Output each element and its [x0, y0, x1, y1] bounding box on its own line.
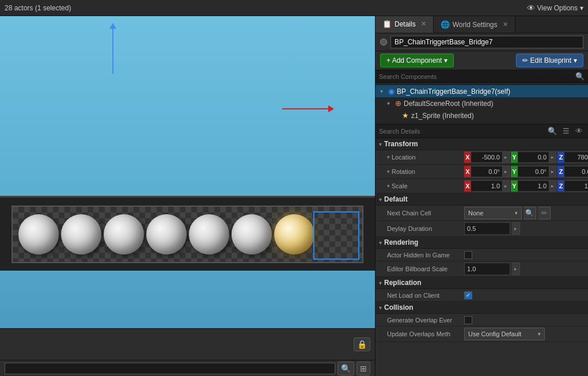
tree-item-sprite[interactable]: ★ z1_Sprite (Inherited): [375, 109, 588, 121]
sphere-7-selected[interactable]: [274, 214, 314, 255]
location-x-field: X -500.0 ▸: [464, 151, 510, 163]
actor-hidden-label: Actor Hidden In Game: [387, 252, 462, 259]
delay-duration-input[interactable]: 0.5: [464, 222, 510, 235]
viewport-bottom: 🔒: [0, 328, 375, 360]
scale-label: ▾ Scale: [387, 183, 462, 189]
scale-y-input[interactable]: 1.0: [518, 180, 549, 192]
rotation-z-input[interactable]: 0.0°: [564, 166, 588, 177]
location-y-arrow[interactable]: ▸: [549, 151, 556, 163]
generate-overlap-checkbox[interactable]: [464, 316, 472, 324]
prop-row-actor-hidden: Actor Hidden In Game: [375, 249, 588, 261]
scale-x-arrow[interactable]: ▸: [503, 180, 510, 192]
update-overlaps-value: Use Config Default ▾: [464, 328, 583, 340]
action-buttons: + Add Component ▾ ✏ Edit Blueprint ▾: [375, 51, 588, 70]
search-details-input[interactable]: [379, 128, 544, 135]
tree-item-scene-root[interactable]: ▾ ⊕ DefaultSceneRoot (Inherited): [375, 97, 588, 109]
viewport-scene[interactable]: [0, 16, 375, 328]
actor-name-input[interactable]: [390, 36, 583, 48]
location-xyz: X -500.0 ▸ Y 0.0 ▸ Z 780.0 ▸: [464, 151, 588, 163]
prop-row-rotation: ▾ Rotation X 0.0° ▸ Y 0.0° ▸: [375, 165, 588, 179]
add-component-chevron: ▾: [444, 56, 447, 64]
next-chain-cell-chevron: ▾: [515, 210, 518, 216]
add-component-button[interactable]: + Add Component ▾: [380, 54, 454, 67]
filter-icon[interactable]: ☰: [561, 126, 571, 136]
update-overlaps-select[interactable]: Use Config Default ▾: [464, 328, 545, 340]
section-header-replication[interactable]: ▾ Replication: [375, 277, 588, 289]
rotation-y-input[interactable]: 0.0°: [518, 166, 549, 177]
transform-title: Transform: [384, 140, 418, 148]
scale-x-input[interactable]: 1.0: [471, 180, 503, 192]
tree-label-sprite: z1_Sprite (Inherited): [411, 112, 474, 120]
selection-box: [313, 211, 359, 260]
rotation-x-input[interactable]: 0.0°: [471, 166, 503, 177]
edit-blueprint-chevron: ▾: [574, 56, 577, 64]
sphere-2[interactable]: [61, 214, 101, 255]
tree-label-scene-root: DefaultSceneRoot (Inherited): [404, 100, 493, 108]
rotation-y-label: Y: [511, 166, 518, 177]
delay-duration-label-text: Deylay Duration: [387, 225, 432, 232]
search-components-input[interactable]: [379, 73, 575, 80]
sphere-3[interactable]: [104, 214, 144, 255]
tab-world-settings[interactable]: 🌐 World Settings ✕: [434, 16, 515, 33]
replication-title: Replication: [384, 279, 422, 287]
sphere-6[interactable]: [232, 214, 272, 255]
billboard-scale-value: 1.0 ▸: [464, 263, 583, 275]
next-chain-cell-search-btn[interactable]: 🔍: [523, 207, 536, 219]
delay-duration-arrow[interactable]: ▸: [512, 222, 520, 235]
location-x-arrow[interactable]: ▸: [503, 151, 510, 163]
rotation-label: ▾ Rotation: [387, 168, 462, 175]
location-x-label: X: [464, 151, 471, 163]
scale-label-text: Scale: [392, 183, 408, 189]
next-chain-cell-dropdown[interactable]: None ▾: [464, 207, 522, 219]
rotation-x-label: X: [464, 166, 471, 177]
tree-icon-scene-root: ⊕: [395, 99, 401, 108]
sphere-1[interactable]: [18, 214, 59, 255]
section-header-collision[interactable]: ▾ Collision: [375, 302, 588, 314]
sphere-5[interactable]: [189, 214, 229, 255]
rotation-x-arrow[interactable]: ▸: [503, 166, 510, 177]
tab-details-close[interactable]: ✕: [421, 20, 426, 28]
update-overlaps-label-text: Update Overlaps Meth: [387, 331, 450, 337]
section-header-rendering[interactable]: ▾ Rendering: [375, 237, 588, 249]
tab-details-label: Details: [394, 20, 416, 28]
scale-xyz: X 1.0 ▸ Y 1.0 ▸ Z 1.0 ▸: [464, 180, 588, 192]
add-component-label: + Add Component: [386, 56, 442, 64]
section-header-default[interactable]: ▾ Default: [375, 193, 588, 206]
generate-overlap-label-text: Generate Overlap Ever: [387, 317, 452, 324]
lock-button[interactable]: 🔒: [354, 337, 370, 351]
section-header-transform[interactable]: ▾ Transform: [375, 138, 588, 150]
location-y-input[interactable]: 0.0: [518, 151, 549, 163]
rotation-y-arrow[interactable]: ▸: [549, 166, 556, 177]
location-z-input[interactable]: 780.0: [564, 151, 588, 163]
next-chain-cell-edit-btn[interactable]: ✏: [538, 207, 551, 219]
actor-hidden-checkbox[interactable]: [464, 251, 472, 259]
scale-y-arrow[interactable]: ▸: [549, 180, 556, 192]
tree-item-self[interactable]: ▾ ◉ BP_ChainTriggertBase_Bridge7(self): [375, 85, 588, 97]
location-label: ▾ Location: [387, 154, 462, 161]
eye-details-icon[interactable]: 👁: [574, 126, 585, 136]
update-overlaps-chevron: ▾: [538, 331, 541, 337]
prop-row-delay-duration: Deylay Duration 0.5 ▸: [375, 221, 588, 237]
right-arrow-line: [282, 108, 328, 109]
scale-z-input[interactable]: 1.0: [564, 180, 588, 192]
search-details-icon[interactable]: 🔍: [546, 126, 559, 136]
billboard-scale-input[interactable]: 1.0: [464, 263, 510, 275]
net-load-checkbox[interactable]: [464, 291, 472, 299]
rendering-chevron: ▾: [379, 240, 382, 246]
tab-world-settings-close[interactable]: ✕: [503, 21, 508, 28]
grid-icon-button[interactable]: ⊞: [356, 362, 370, 375]
location-x-input[interactable]: -500.0: [471, 151, 503, 163]
default-chevron: ▾: [379, 196, 382, 203]
search-components-icon: 🔍: [575, 72, 585, 81]
sphere-4[interactable]: [146, 214, 187, 255]
bottom-search-input[interactable]: [5, 363, 335, 374]
billboard-scale-arrow[interactable]: ▸: [512, 263, 520, 275]
edit-blueprint-label: ✏ Edit Blueprint: [522, 56, 571, 64]
generate-overlap-value: [464, 316, 583, 324]
prop-row-scale: ▾ Scale X 1.0 ▸ Y 1.0 ▸: [375, 179, 588, 193]
tab-details[interactable]: 📋 Details ✕: [375, 16, 434, 33]
search-bottom-icon[interactable]: 🔍: [337, 362, 354, 375]
view-options-button[interactable]: 👁 View Options ▾: [527, 3, 583, 13]
tree-icon-sprite: ★: [402, 111, 409, 120]
edit-blueprint-button[interactable]: ✏ Edit Blueprint ▾: [516, 54, 583, 67]
